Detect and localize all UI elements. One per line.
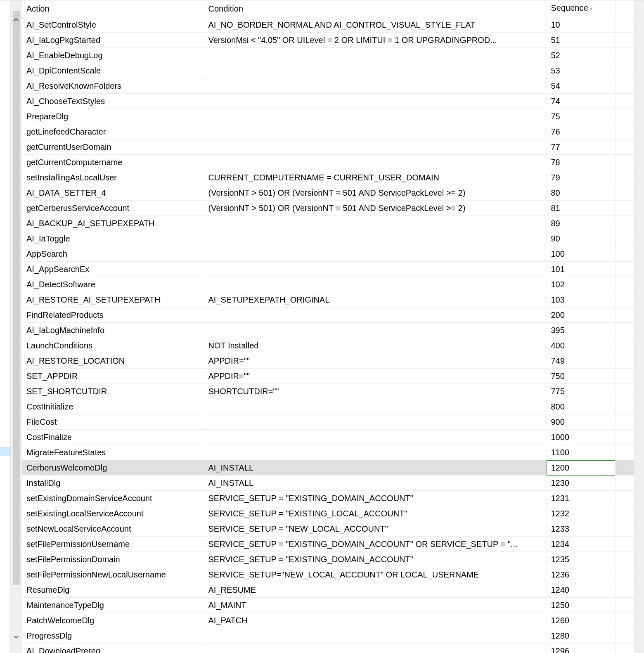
cell-action[interactable]: PatchWelcomeDlg — [22, 613, 204, 628]
column-header-action[interactable]: Action — [22, 0, 204, 17]
cell-condition[interactable]: CURRENT_COMPUTERNAME = CURRENT_USER_DOMA… — [204, 170, 547, 185]
cell-condition[interactable] — [204, 246, 547, 262]
cell-condition[interactable] — [204, 216, 547, 231]
table-row[interactable]: CerberusWelcomeDlgAI_INSTALL1200 — [22, 460, 634, 476]
table-row[interactable]: AI_DpiContentScale53 — [22, 63, 634, 78]
cell-action[interactable]: setFilePermissionDomain — [22, 552, 204, 567]
cell-condition[interactable] — [204, 109, 547, 124]
cell-condition[interactable]: SERVICE_SETUP = "EXISTING_DOMAIN_ACCOUNT… — [204, 552, 547, 567]
cell-condition[interactable] — [204, 63, 547, 78]
cell-action[interactable]: CostInitialize — [22, 399, 204, 414]
cell-action[interactable]: MaintenanceTypeDlg — [22, 598, 204, 613]
cell-condition[interactable]: APPDIR="" — [204, 353, 547, 369]
cell-condition[interactable]: VersionMsi < "4.05" OR UILevel = 2 OR LI… — [204, 33, 547, 48]
cell-sequence[interactable]: 1236 — [547, 567, 615, 582]
cell-sequence[interactable]: 1100 — [547, 445, 615, 460]
cell-sequence[interactable]: 80 — [547, 185, 615, 201]
cell-action[interactable]: CerberusWelcomeDlg — [22, 460, 204, 476]
cell-sequence[interactable]: 1233 — [547, 521, 615, 537]
cell-action[interactable]: SET_APPDIR — [22, 369, 204, 384]
table-row[interactable]: LaunchConditionsNOT Installed400 — [22, 338, 634, 353]
cell-sequence[interactable]: 1000 — [547, 430, 615, 445]
cell-condition[interactable] — [204, 124, 547, 140]
cell-sequence[interactable]: 90 — [547, 231, 615, 246]
cell-condition[interactable]: SERVICE_SETUP = "EXISTING_DOMAIN_ACCOUNT… — [204, 537, 547, 552]
cell-sequence[interactable]: 78 — [547, 155, 615, 170]
table-row[interactable]: setFilePermissionDomainSERVICE_SETUP = "… — [22, 552, 634, 567]
cell-sequence[interactable]: 749 — [547, 353, 615, 369]
table-row[interactable]: getLinefeedCharacter76 — [22, 124, 634, 140]
cell-condition[interactable] — [204, 414, 547, 430]
table-row[interactable]: AppSearch100 — [22, 246, 634, 262]
table-row[interactable]: AI_IaToggle90 — [22, 231, 634, 246]
cell-condition[interactable]: SERVICE_SETUP="NEW_LOCAL_ACCOUNT" OR LOC… — [204, 567, 547, 582]
table-row[interactable]: AI_EnableDebugLog52 — [22, 48, 634, 63]
cell-action[interactable]: PrepareDlg — [22, 109, 204, 124]
cell-sequence[interactable]: 1296 — [547, 644, 615, 653]
table-row[interactable]: AI_ChooseTextStyles74 — [22, 94, 634, 109]
table-row[interactable]: AI_IaLogMachineInfo395 — [22, 323, 634, 338]
scroll-down-arrow-icon[interactable] — [13, 634, 19, 640]
cell-sequence[interactable]: 1235 — [547, 552, 615, 567]
cell-action[interactable]: getLinefeedCharacter — [22, 124, 204, 140]
cell-sequence[interactable]: 76 — [547, 124, 615, 140]
cell-sequence[interactable]: 1250 — [547, 598, 615, 613]
cell-action[interactable]: getCurrentUserDomain — [22, 140, 204, 155]
cell-action[interactable]: AI_ChooseTextStyles — [22, 94, 204, 109]
table-row[interactable]: setExistingLocalServiceAccountSERVICE_SE… — [22, 506, 634, 521]
table-row[interactable]: MaintenanceTypeDlgAI_MAINT1250 — [22, 598, 634, 613]
cell-action[interactable]: AI_DpiContentScale — [22, 63, 204, 78]
cell-condition[interactable]: AI_INSTALL — [204, 460, 547, 476]
cell-action[interactable]: AI_RESTORE_AI_SETUPEXEPATH — [22, 292, 204, 308]
table-row[interactable]: PrepareDlg75 — [22, 109, 634, 124]
cell-sequence[interactable]: 900 — [547, 414, 615, 430]
table-row[interactable]: AI_DownloadPrereq1296 — [22, 644, 634, 653]
cell-sequence[interactable]: 53 — [547, 63, 615, 78]
cell-action[interactable]: setNewLocalServiceAccount — [22, 521, 204, 537]
cell-condition[interactable]: AI_RESUME — [204, 582, 547, 598]
cell-action[interactable]: AI_DownloadPrereq — [22, 644, 204, 653]
cell-sequence[interactable]: 10 — [547, 17, 615, 33]
cell-action[interactable]: AI_SetControlStyle — [22, 17, 204, 33]
cell-condition[interactable]: APPDIR="" — [204, 369, 547, 384]
cell-condition[interactable]: SERVICE_SETUP = "NEW_LOCAL_ACCOUNT" — [204, 521, 547, 537]
table-row[interactable]: getCurrentUserDomain77 — [22, 140, 634, 155]
cell-condition[interactable]: (VersionNT > 501) OR (VersionNT = 501 AN… — [204, 185, 547, 201]
table-row[interactable]: getCerberusServiceAccount(VersionNT > 50… — [22, 201, 634, 216]
table-row[interactable]: AI_BACKUP_AI_SETUPEXEPATH89 — [22, 216, 634, 231]
cell-sequence[interactable]: 1260 — [547, 613, 615, 628]
cell-sequence[interactable]: 51 — [547, 33, 615, 48]
table-row[interactable]: ResumeDlgAI_RESUME1240 — [22, 582, 634, 598]
cell-action[interactable]: getCurrentComputername — [22, 155, 204, 170]
cell-action[interactable]: AI_IaLogMachineInfo — [22, 323, 204, 338]
cell-condition[interactable]: SERVICE_SETUP = "EXISTING_LOCAL_ACCOUNT" — [204, 506, 547, 521]
cell-action[interactable]: setInstallingAsLocalUser — [22, 170, 204, 185]
table-row[interactable]: setExistingDomainServiceAccountSERVICE_S… — [22, 491, 634, 506]
table-row[interactable]: PatchWelcomeDlgAI_PATCH1260 — [22, 613, 634, 628]
cell-sequence[interactable]: 81 — [547, 201, 615, 216]
table-row[interactable]: setFilePermissionUsernameSERVICE_SETUP =… — [22, 537, 634, 552]
cell-condition[interactable] — [204, 628, 547, 644]
cell-condition[interactable] — [204, 430, 547, 445]
table-row[interactable]: FindRelatedProducts200 — [22, 308, 634, 323]
table-row[interactable]: AI_AppSearchEx101 — [22, 262, 634, 277]
table-row[interactable]: AI_ResolveKnownFolders54 — [22, 78, 634, 94]
cell-sequence[interactable]: 1230 — [547, 476, 615, 491]
table-row[interactable]: AI_RESTORE_LOCATIONAPPDIR=""749 — [22, 353, 634, 369]
cell-action[interactable]: AI_ResolveKnownFolders — [22, 78, 204, 94]
cell-condition[interactable] — [204, 323, 547, 338]
cell-condition[interactable] — [204, 262, 547, 277]
cell-action[interactable]: AI_IaLogPkgStarted — [22, 33, 204, 48]
cell-sequence[interactable]: 89 — [547, 216, 615, 231]
cell-action[interactable]: FindRelatedProducts — [22, 308, 204, 323]
table-row[interactable]: FileCost900 — [22, 414, 634, 430]
table-row[interactable]: AI_RESTORE_AI_SETUPEXEPATHAI_SETUPEXEPAT… — [22, 292, 634, 308]
table-row[interactable]: AI_SetControlStyleAI_NO_BORDER_NORMAL AN… — [22, 17, 634, 33]
scrollbar-thumb[interactable] — [13, 11, 20, 585]
cell-condition[interactable]: SHORTCUTDIR="" — [204, 384, 547, 399]
cell-sequence[interactable]: 102 — [547, 277, 615, 292]
cell-action[interactable]: LaunchConditions — [22, 338, 204, 353]
cell-condition[interactable]: NOT Installed — [204, 338, 547, 353]
cell-condition[interactable] — [204, 48, 547, 63]
cell-action[interactable]: AI_IaToggle — [22, 231, 204, 246]
